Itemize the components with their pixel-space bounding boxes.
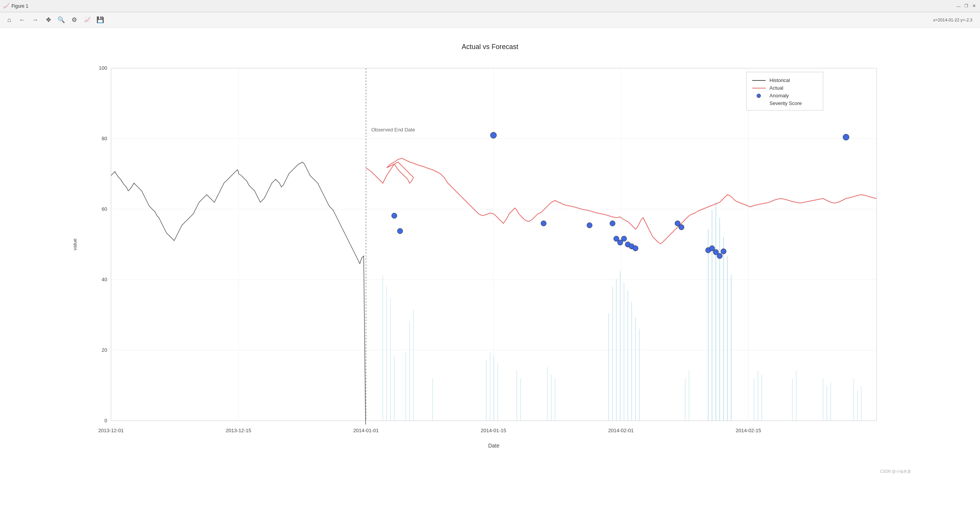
title-bar: 📈 Figure 1 — ❐ ✕ bbox=[0, 0, 980, 12]
pan-button[interactable]: ✥ bbox=[43, 15, 54, 25]
svg-text:Date: Date bbox=[488, 443, 500, 449]
svg-point-77 bbox=[397, 228, 403, 234]
chart-container[interactable]: Observed End Date 0 20 40 60 80 100 valu… bbox=[65, 55, 915, 476]
svg-text:Historical: Historical bbox=[769, 77, 790, 83]
figure-area: Actual vs Forecast Observed End Date bbox=[0, 28, 980, 528]
svg-text:60: 60 bbox=[102, 206, 107, 212]
lines-icon: 📈 bbox=[84, 17, 90, 23]
chart-title: Actual vs Forecast bbox=[462, 43, 518, 51]
chart-svg: Observed End Date 0 20 40 60 80 100 valu… bbox=[65, 55, 915, 476]
window-title: Figure 1 bbox=[11, 3, 28, 9]
pan-icon: ✥ bbox=[46, 16, 51, 23]
svg-text:2014-02-15: 2014-02-15 bbox=[736, 428, 761, 433]
forward-button[interactable]: → bbox=[30, 15, 41, 25]
lines-button[interactable]: 📈 bbox=[82, 15, 93, 25]
svg-point-87 bbox=[633, 246, 638, 251]
title-bar-left: 📈 Figure 1 bbox=[3, 3, 28, 9]
zoom-icon: 🔍 bbox=[57, 16, 65, 23]
minimize-button[interactable]: — bbox=[956, 3, 962, 9]
svg-point-80 bbox=[587, 223, 592, 228]
svg-point-79 bbox=[541, 221, 546, 226]
back-button[interactable]: ← bbox=[17, 15, 28, 25]
close-button[interactable]: ✕ bbox=[971, 3, 977, 9]
svg-point-78 bbox=[490, 132, 497, 138]
svg-text:Anomaly: Anomaly bbox=[769, 93, 789, 98]
svg-text:2013-12-15: 2013-12-15 bbox=[226, 428, 252, 433]
svg-point-89 bbox=[679, 225, 684, 230]
svg-point-95 bbox=[843, 134, 849, 140]
svg-point-76 bbox=[392, 213, 397, 218]
svg-text:Observed End Date: Observed End Date bbox=[371, 127, 415, 133]
svg-text:0: 0 bbox=[105, 418, 107, 423]
svg-point-81 bbox=[610, 221, 615, 226]
svg-point-94 bbox=[721, 249, 726, 254]
svg-point-101 bbox=[757, 94, 761, 98]
svg-text:80: 80 bbox=[102, 136, 107, 141]
svg-text:2014-01-01: 2014-01-01 bbox=[353, 428, 379, 433]
watermark: CSDN @小知冬彦 bbox=[880, 469, 911, 474]
svg-text:2014-01-15: 2014-01-15 bbox=[481, 428, 506, 433]
save-icon: 💾 bbox=[96, 16, 104, 23]
config-button[interactable]: ⚙ bbox=[69, 15, 80, 25]
svg-text:Severity Score: Severity Score bbox=[769, 100, 802, 106]
svg-text:20: 20 bbox=[102, 347, 107, 353]
title-bar-controls: — ❐ ✕ bbox=[956, 3, 977, 9]
svg-text:value: value bbox=[72, 238, 78, 250]
svg-point-84 bbox=[621, 236, 627, 241]
toolbar: ⌂ ← → ✥ 🔍 ⚙ 📈 💾 x=2014-01-22 y=-2.3 bbox=[0, 12, 980, 28]
coords-display: x=2014-01-22 y=-2.3 bbox=[933, 18, 976, 22]
svg-text:100: 100 bbox=[99, 65, 107, 71]
zoom-button[interactable]: 🔍 bbox=[56, 15, 67, 25]
window-icon: 📈 bbox=[3, 3, 9, 9]
svg-text:Actual: Actual bbox=[769, 85, 783, 91]
svg-text:40: 40 bbox=[102, 277, 107, 282]
svg-text:2014-02-01: 2014-02-01 bbox=[608, 428, 634, 433]
restore-button[interactable]: ❐ bbox=[963, 3, 969, 9]
home-icon: ⌂ bbox=[7, 16, 11, 23]
svg-text:2013-12-01: 2013-12-01 bbox=[98, 428, 124, 433]
save-button[interactable]: 💾 bbox=[95, 15, 106, 25]
forward-icon: → bbox=[32, 16, 38, 23]
config-icon: ⚙ bbox=[72, 16, 77, 23]
home-button[interactable]: ⌂ bbox=[4, 15, 15, 25]
svg-point-93 bbox=[717, 253, 722, 259]
back-icon: ← bbox=[19, 16, 25, 23]
